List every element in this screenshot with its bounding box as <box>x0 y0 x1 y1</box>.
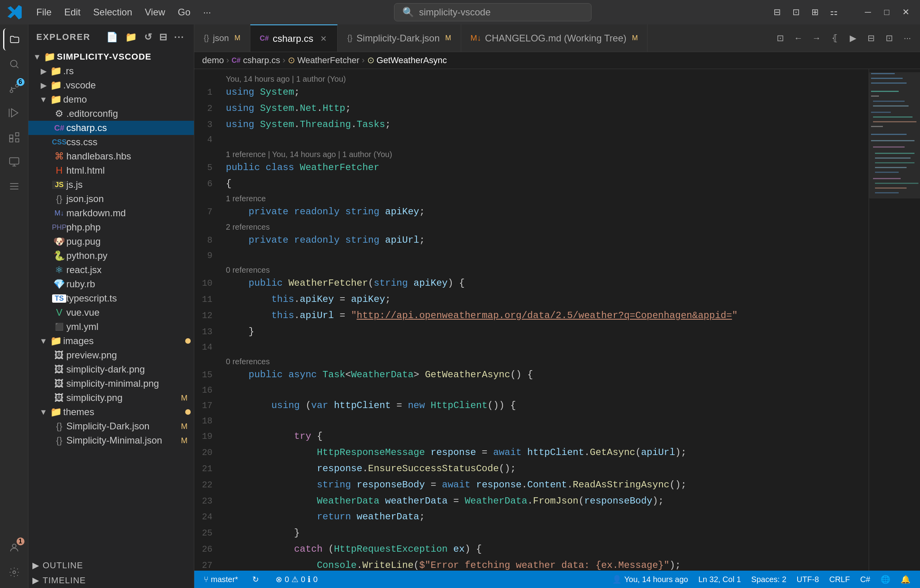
status-encoding[interactable]: UTF-8 <box>794 574 822 585</box>
new-file-icon[interactable]: 📄 <box>105 30 120 44</box>
tree-item-simplicity-png[interactable]: 🖼 simplicity.png M <box>28 391 194 405</box>
go-back-button[interactable]: ← <box>790 30 806 46</box>
collapse-all-icon[interactable]: ⊟ <box>158 30 169 44</box>
tree-item-js[interactable]: JS js.js <box>28 178 194 192</box>
tree-item-php[interactable]: PHP php.php <box>28 220 194 234</box>
bc-getweather[interactable]: GetWeatherAsync <box>377 55 447 66</box>
menu-go[interactable]: Go <box>172 5 196 19</box>
tree-item-csharp[interactable]: C# csharp.cs <box>28 121 194 135</box>
activity-accounts[interactable]: 1 <box>3 537 25 559</box>
status-author[interactable]: 👤 You, 14 hours ago <box>609 574 691 585</box>
tree-item-demo[interactable]: ▼ 📁 demo <box>28 92 194 107</box>
customize-layout-button[interactable]: ⚏ <box>826 4 842 20</box>
search-box[interactable]: 🔍 simplicity-vscode <box>394 3 591 21</box>
tree-item-json[interactable]: {} json.json <box>28 192 194 206</box>
tree-item-yml[interactable]: ⬛ yml.yml <box>28 320 194 334</box>
maximize-button[interactable]: □ <box>879 4 895 20</box>
tree-item-themes-folder[interactable]: ▼ 📁 themes <box>28 405 194 419</box>
tree-item-handlebars[interactable]: ⌘ handlebars.hbs <box>28 149 194 163</box>
sidebar-more-icon[interactable]: ··· <box>173 30 186 44</box>
tree-item-editorconfig[interactable]: ⚙ .editorconfig <box>28 107 194 121</box>
activity-extensions[interactable] <box>3 126 25 148</box>
new-folder-icon[interactable]: 📁 <box>124 30 139 44</box>
tree-item-markdown[interactable]: M↓ markdown.md <box>28 206 194 220</box>
sd-tab-m: M <box>445 34 451 42</box>
line-content-15: public async Task<WeatherData> GetWeathe… <box>222 367 869 383</box>
tree-root[interactable]: ▼ 📁 SIMPLICITY-VSCODE <box>28 50 194 64</box>
code-area[interactable]: You, 14 hours ago | 1 author (You) 1 usi… <box>194 69 869 571</box>
bc-csharp[interactable]: csharp.cs <box>243 55 280 66</box>
tree-item-ruby[interactable]: 💎 ruby.rb <box>28 277 194 291</box>
tree-item-simplicity-minimal-json[interactable]: {} Simplicity-Minimal.json M <box>28 433 194 448</box>
svg-point-10 <box>12 544 16 548</box>
go-forward-button[interactable]: → <box>809 30 824 46</box>
line-content-22: string responseBody = await response.Con… <box>222 477 869 493</box>
csharp-tab-close[interactable]: ✕ <box>319 33 328 44</box>
themes-folder-label: themes <box>63 406 183 418</box>
tree-item-vscode[interactable]: ▶ 📁 .vscode <box>28 78 194 92</box>
tree-item-css[interactable]: CSS css.css <box>28 135 194 149</box>
activity-search[interactable] <box>3 53 25 75</box>
tree-item-vue[interactable]: V vue.vue <box>28 305 194 320</box>
bc-demo[interactable]: demo <box>202 55 224 66</box>
editor-area: {} json M C# csharp.cs ✕ {} Simplicity-D… <box>194 24 920 588</box>
tree-item-react[interactable]: ⚛ react.jsx <box>28 263 194 277</box>
activity-source-control[interactable]: 6 <box>3 77 25 99</box>
tree-item-simplicity-dark-json[interactable]: {} Simplicity-Dark.json M <box>28 419 194 433</box>
tree-item-python[interactable]: 🐍 python.py <box>28 249 194 263</box>
toggle-panel-button2[interactable]: ⊡ <box>881 30 897 46</box>
tree-item-rs[interactable]: ▶ 📁 .rs <box>28 64 194 78</box>
status-language[interactable]: C# <box>857 574 873 585</box>
sidebar-title: EXPLORER <box>36 32 90 42</box>
tree-item-pug[interactable]: 🐶 pug.pug <box>28 234 194 249</box>
split-editor-right-button[interactable]: ⊡ <box>772 30 788 46</box>
tab-simplicity-dark-json[interactable]: {} Simplicity-Dark.json M <box>338 24 461 52</box>
tree-item-preview[interactable]: 🖼 preview.png <box>28 348 194 362</box>
pug-icon: 🐶 <box>52 236 66 247</box>
outline-section[interactable]: ▶ OUTLINE <box>28 558 194 573</box>
python-icon: 🐍 <box>52 250 66 261</box>
activity-explorer[interactable] <box>3 28 25 51</box>
activity-remote-explorer[interactable] <box>3 151 25 173</box>
preview-label: preview.png <box>66 350 191 361</box>
toggle-sidebar-button[interactable]: ⊟ <box>863 30 879 46</box>
activity-docker[interactable] <box>3 175 25 197</box>
tab-changelog[interactable]: M↓ CHANGELOG.md (Working Tree) M <box>461 24 648 52</box>
close-button[interactable]: ✕ <box>898 4 914 20</box>
tree-item-simplicity-minimal[interactable]: 🖼 simplicity-minimal.png <box>28 376 194 391</box>
status-remote[interactable]: 🌐 <box>877 574 894 585</box>
focus-breadcrumbs-button[interactable]: ▶ <box>845 30 861 46</box>
menu-selection[interactable]: Selection <box>88 5 138 19</box>
tree-item-html[interactable]: H html.html <box>28 163 194 178</box>
bc-weatherfetcher[interactable]: WeatherFetcher <box>297 55 359 66</box>
menu-file[interactable]: File <box>31 5 57 19</box>
go-to-bracket-button[interactable]: ⦃ <box>827 30 843 46</box>
status-errors[interactable]: ⊗ 0 ⚠ 0 ℹ 0 <box>272 574 321 585</box>
menu-view[interactable]: View <box>139 5 171 19</box>
split-editor-button[interactable]: ⊟ <box>769 4 785 20</box>
status-bar: ⑂ master* ↻ ⊗ 0 ⚠ 0 ℹ 0 👤 You, 14 hours … <box>194 571 920 588</box>
menu-edit[interactable]: Edit <box>59 5 86 19</box>
svg-rect-7 <box>15 139 19 142</box>
status-sync[interactable]: ↻ <box>249 574 265 585</box>
status-notifications[interactable]: 🔔 <box>897 574 914 585</box>
activity-settings[interactable] <box>3 561 25 583</box>
more-actions-button[interactable]: ··· <box>899 30 915 46</box>
timeline-section[interactable]: ▶ TIMELINE <box>28 573 194 588</box>
author-line: You, 14 hours ago | 1 author (You) <box>194 72 869 84</box>
tree-item-typescript[interactable]: TS typescript.ts <box>28 291 194 305</box>
status-cursor[interactable]: Ln 32, Col 1 <box>695 574 744 585</box>
activity-run[interactable] <box>3 102 25 124</box>
tab-json[interactable]: {} json M <box>194 24 250 52</box>
status-line-ending[interactable]: CRLF <box>826 574 853 585</box>
toggle-panel-button[interactable]: ⊡ <box>788 4 804 20</box>
minimize-button[interactable]: ─ <box>860 4 876 20</box>
tree-item-images-folder[interactable]: ▼ 📁 images <box>28 334 194 348</box>
layout-button[interactable]: ⊞ <box>807 4 823 20</box>
refresh-icon[interactable]: ↺ <box>143 30 154 44</box>
tab-csharp[interactable]: C# csharp.cs ✕ <box>250 24 338 52</box>
tree-item-simplicity-dark[interactable]: 🖼 simplicity-dark.png <box>28 362 194 376</box>
status-spaces[interactable]: Spaces: 2 <box>748 574 790 585</box>
status-branch[interactable]: ⑂ master* <box>201 574 241 585</box>
menu-more[interactable]: ··· <box>197 5 216 19</box>
